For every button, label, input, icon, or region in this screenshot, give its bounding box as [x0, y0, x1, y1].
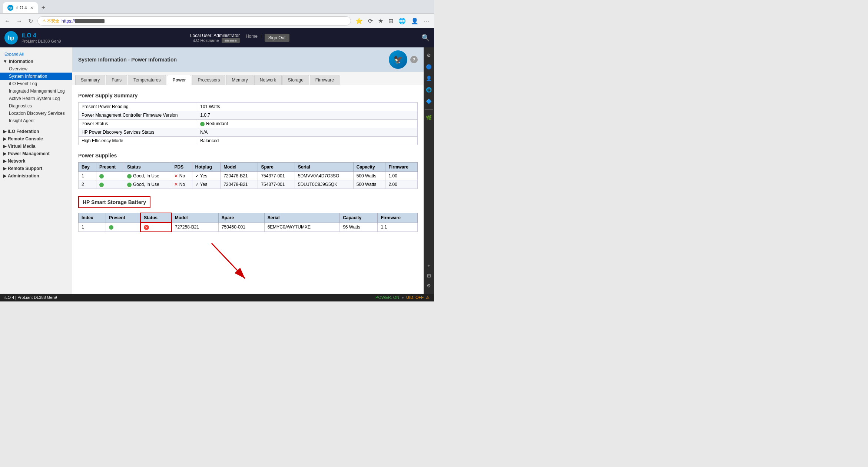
collections-icon[interactable]: ⊞ [387, 16, 395, 26]
status-green-icon [200, 122, 205, 126]
rp-icon-4[interactable]: 🌐 [424, 85, 434, 95]
power-supplies-title: Power Supplies [78, 153, 418, 159]
sidebar-item-system-information[interactable]: System Information [0, 73, 72, 80]
tab-temperatures[interactable]: Temperatures [128, 75, 166, 85]
tab-firmware[interactable]: Firmware [310, 75, 339, 85]
rp-icon-5[interactable]: 🔷 [424, 96, 434, 106]
bat-present-1 [106, 223, 140, 232]
table-row: 2 Good, In Use ✕ No ✓ Yes 720478-B21 754… [79, 180, 418, 189]
back-button[interactable]: ← [3, 16, 12, 26]
battery-section-highlight: HP Smart Storage Battery [78, 196, 150, 208]
rp-icon-1[interactable]: ⚙ [424, 50, 434, 60]
close-tab-button[interactable]: ✕ [30, 6, 33, 10]
sidebar-item-remote-support[interactable]: ▶ Remote Support [0, 165, 72, 172]
sidebar-item-power-mgmt[interactable]: ▶ Power Management [0, 150, 72, 157]
sidebar-item-network[interactable]: ▶ Network [0, 157, 72, 165]
header-actions: 🦅 ? [389, 50, 418, 69]
annotation-container [78, 240, 418, 288]
power-indicator: POWER: ON ● UID: OFF ⚠ [375, 295, 430, 300]
refresh-button[interactable]: ↻ [27, 16, 34, 26]
col-model: Model [221, 163, 258, 172]
user-label: Local User: Administrator [190, 33, 240, 38]
section-label: Information [9, 59, 33, 64]
page-body: Power Supply Summary Present Power Readi… [72, 85, 424, 294]
expand-icon-power: ▶ [3, 151, 6, 156]
location-discovery-label: Location Discovery Services [9, 111, 65, 116]
ps-firmware-1: 1.00 [385, 172, 418, 180]
page-title: System Information - Power Information [78, 57, 177, 63]
tab-memory[interactable]: Memory [226, 75, 253, 85]
sidebar-item-administration[interactable]: ▶ Administration [0, 172, 72, 180]
pds-x-1: ✕ [174, 173, 178, 179]
toolbar-icons: ⭐ ⟳ ★ ⊞ 🌐 👤 ⋯ [354, 16, 431, 26]
sidebar-item-information[interactable]: ▼ Information [0, 58, 72, 65]
ps-spare-2: 754377-001 [258, 180, 295, 189]
bat-index-1: 1 [79, 223, 106, 232]
rp-icon-add[interactable]: + [427, 261, 431, 271]
search-icon[interactable]: 🔍 [421, 34, 430, 42]
indicator-separator: ● [401, 295, 404, 300]
sidebar-item-active-health[interactable]: Active Health System Log [0, 95, 72, 102]
sidebar-item-diagnostics[interactable]: Diagnostics [0, 102, 72, 110]
bat-col-capacity: Capacity [340, 213, 378, 223]
ps-capacity-2: 500 Watts [353, 180, 385, 189]
more-button[interactable]: ⋯ [422, 16, 431, 26]
bat-col-model: Model [172, 213, 219, 223]
expand-icon-remote: ▶ [3, 136, 6, 141]
sidebar-item-integrated-mgmt-log[interactable]: Integrated Management Log [0, 87, 72, 95]
ps-present-2 [96, 180, 124, 189]
ps-status-1: Good, In Use [124, 172, 171, 180]
expand-all[interactable]: Expand All [0, 50, 72, 58]
status-icon-1 [127, 174, 132, 179]
tab-network[interactable]: Network [254, 75, 282, 85]
tab-fans[interactable]: Fans [106, 75, 127, 85]
rp-icon-grid[interactable]: ⊞ [427, 271, 431, 281]
browser-tab[interactable]: hp iLO 4 ✕ [3, 2, 38, 13]
label-power-status: Power Status [79, 120, 197, 128]
tab-summary[interactable]: Summary [75, 75, 105, 85]
tab-storage[interactable]: Storage [282, 75, 309, 85]
ps-capacity-1: 500 Watts [353, 172, 385, 180]
edge-icon[interactable]: 🌐 [397, 16, 407, 26]
sidebar-item-ilo-federation[interactable]: ▶ iLO Federation [0, 128, 72, 135]
right-panel: ⚙ 🔵 👤 🌐 🔷 🌿 + ⊞ ⚙ [424, 47, 434, 294]
bat-col-status: Status [140, 213, 172, 223]
sidebar-item-virtual-media[interactable]: ▶ Virtual Media [0, 143, 72, 150]
tab-processors[interactable]: Processors [192, 75, 225, 85]
sidebar-item-insight-agent[interactable]: Insight Agent [0, 117, 72, 124]
rp-icon-2[interactable]: 🔵 [424, 62, 434, 72]
ilo-title: iLO 4 ProLiant DL388 Gen9 [21, 32, 61, 43]
col-serial: Serial [295, 163, 353, 172]
sync-icon[interactable]: ⟳ [367, 16, 374, 26]
rp-icon-6[interactable]: 🌿 [424, 113, 434, 123]
battery-header-row: Index Present Status Model Spare Serial … [79, 213, 418, 223]
forward-button[interactable]: → [15, 16, 24, 26]
tabs-bar: Summary Fans Temperatures Power Processo… [72, 72, 424, 85]
tab-bar: hp iLO 4 ✕ + [0, 0, 434, 13]
help-button[interactable]: ? [410, 56, 418, 63]
ps-model-2: 720478-B21 [221, 180, 258, 189]
sign-out-button[interactable]: Sign Out [265, 34, 289, 42]
extensions-icon[interactable]: ⭐ [354, 16, 364, 26]
tab-power[interactable]: Power [167, 75, 191, 85]
address-bar[interactable]: ⚠ 不安全 https:// [37, 16, 351, 26]
sidebar-item-remote-console[interactable]: ▶ Remote Console [0, 135, 72, 143]
hostname-value: ■■■■■ [222, 38, 240, 43]
power-mgmt-label: Power Management [8, 151, 50, 156]
diagnostics-label: Diagnostics [9, 103, 32, 109]
value-pm-firmware: 1.0.7 [197, 111, 418, 120]
profile-icon[interactable]: 👤 [410, 16, 420, 26]
rp-icon-settings[interactable]: ⚙ [427, 281, 431, 291]
table-row: 1 Good, In Use ✕ No ✓ Yes 720478-B21 754… [79, 172, 418, 180]
ps-status-2: Good, In Use [124, 180, 171, 189]
sidebar-item-location-discovery[interactable]: Location Discovery Services [0, 110, 72, 117]
label-efficiency: High Efficiency Mode [79, 137, 197, 145]
hp-bird-logo: 🦅 [389, 50, 407, 69]
rp-icon-3[interactable]: 👤 [424, 73, 434, 83]
favorites-icon[interactable]: ★ [377, 16, 385, 26]
sidebar-item-overview[interactable]: Overview [0, 65, 72, 73]
home-link[interactable]: Home [246, 34, 258, 42]
ps-pds-1: ✕ No [171, 172, 192, 180]
sidebar-item-ilo-event-log[interactable]: iLO Event Log [0, 80, 72, 87]
new-tab-button[interactable]: + [39, 4, 48, 12]
